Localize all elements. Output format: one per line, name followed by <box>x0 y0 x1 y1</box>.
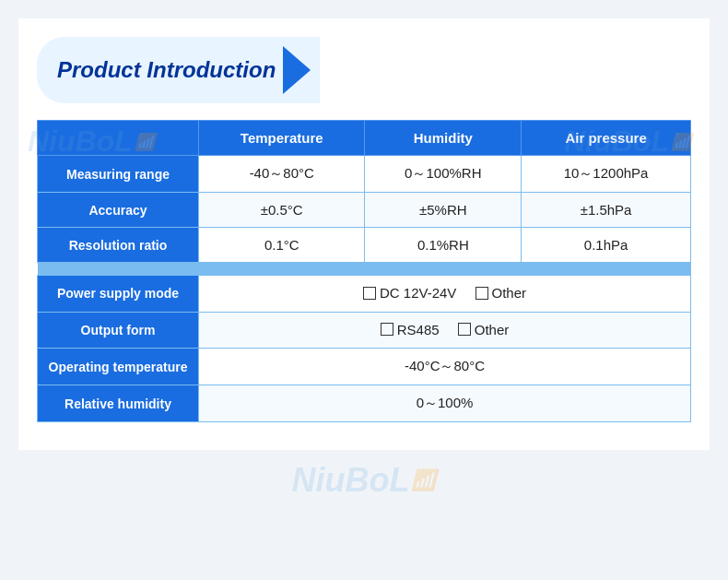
resolution-temperature: 0.1°C <box>199 228 365 263</box>
power-supply-row: Power supply mode DC 12V-24V Other <box>38 276 691 313</box>
power-supply-value: DC 12V-24V Other <box>199 276 691 313</box>
relative-humidity-row: Relative humidity 0～100% <box>38 385 691 422</box>
header-temperature: Temperature <box>199 121 365 156</box>
output-form-row: Output form RS485 Other <box>38 312 691 349</box>
title-banner: Product Introduction <box>37 37 320 103</box>
relative-humidity-label: Relative humidity <box>38 385 199 422</box>
resolution-humidity: 0.1%RH <box>365 228 522 263</box>
resolution-label: Resolution ratio <box>38 228 199 263</box>
watermark-bottom: NiuBoL📶 <box>292 461 437 500</box>
main-container: NiuBoL📶 NiuBoL📶 NiuBoL📶 Product Introduc… <box>18 18 710 450</box>
accuracy-row: Accuracy ±0.5°C ±5%RH ±1.5hPa <box>38 193 691 228</box>
resolution-pressure: 0.1hPa <box>522 228 691 263</box>
measuring-range-label: Measuring range <box>38 156 199 193</box>
operating-temp-row: Operating temperature -40°C～80°C <box>38 349 691 385</box>
other-output-label: Other <box>475 322 510 337</box>
power-supply-label: Power supply mode <box>38 276 199 313</box>
dc-label: DC 12V-24V <box>380 285 456 301</box>
rs485-label: RS485 <box>397 322 440 337</box>
measuring-range-temperature: -40～80°C <box>199 156 365 193</box>
other-power-checkbox-item: Other <box>476 285 527 301</box>
output-form-value: RS485 Other <box>199 312 691 349</box>
rs485-checkbox[interactable] <box>381 323 393 336</box>
header-empty <box>38 121 199 156</box>
accuracy-pressure: ±1.5hPa <box>522 193 691 228</box>
accuracy-humidity: ±5%RH <box>365 193 522 228</box>
dc-checkbox[interactable] <box>363 287 376 300</box>
other-power-checkbox[interactable] <box>476 287 488 300</box>
measuring-range-row: Measuring range -40～80°C 0～100%RH 10～120… <box>38 156 691 193</box>
spacer-cell <box>38 263 691 276</box>
relative-humidity-value: 0～100% <box>199 385 691 422</box>
accuracy-label: Accuracy <box>38 193 199 228</box>
resolution-row: Resolution ratio 0.1°C 0.1%RH 0.1hPa <box>38 228 691 263</box>
operating-temp-value: -40°C～80°C <box>199 349 691 385</box>
measuring-range-pressure: 10～1200hPa <box>522 156 691 193</box>
title-arrow-icon <box>283 46 311 94</box>
table-header-row: Temperature Humidity Air pressure <box>38 121 691 156</box>
operating-temp-label: Operating temperature <box>38 349 199 385</box>
product-table: Temperature Humidity Air pressure Measur… <box>37 120 691 422</box>
page-title: Product Introduction <box>57 57 276 83</box>
accuracy-temperature: ±0.5°C <box>199 193 365 228</box>
rs485-checkbox-item: RS485 <box>381 322 440 337</box>
other-power-label: Other <box>492 285 527 301</box>
spacer-row <box>38 263 691 276</box>
header-humidity: Humidity <box>365 121 522 156</box>
other-output-checkbox[interactable] <box>458 323 471 336</box>
dc-checkbox-item: DC 12V-24V <box>363 285 456 301</box>
header-air-pressure: Air pressure <box>522 121 691 156</box>
output-form-label: Output form <box>38 312 199 349</box>
other-output-checkbox-item: Other <box>458 322 510 337</box>
measuring-range-humidity: 0～100%RH <box>365 156 522 193</box>
